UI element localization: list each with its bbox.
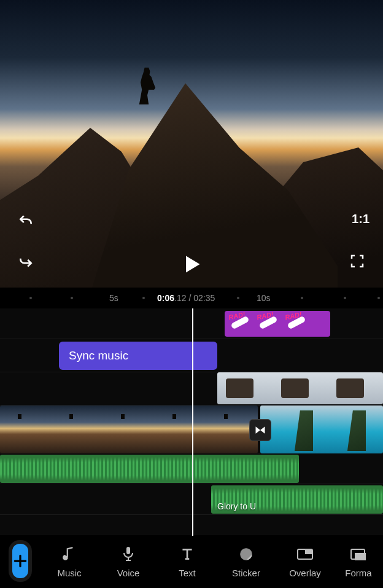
music-button[interactable]: Music [45, 536, 93, 586]
main-video-track[interactable] [0, 406, 383, 453]
aspect-ratio-label: 1:1 [352, 212, 369, 226]
audio-track-1[interactable] [0, 453, 383, 484]
aspect-ratio-button[interactable]: 1:1 [352, 212, 369, 226]
clip-frame [313, 406, 366, 453]
clip-frame [217, 372, 273, 404]
plus-icon [12, 553, 28, 569]
sticker-thumb: RAD! [257, 313, 281, 334]
format-icon [350, 547, 367, 562]
waveform [0, 455, 299, 483]
transition-icon [254, 424, 266, 436]
timeline[interactable]: RAD! RAD! RAD! Sync music [0, 308, 383, 536]
audio-clip-1[interactable] [0, 455, 299, 483]
sticker-track[interactable]: RAD! RAD! RAD! [0, 308, 383, 339]
clip-frame [155, 406, 206, 453]
playhead[interactable] [192, 308, 193, 536]
svg-rect-4 [305, 549, 312, 554]
audio-clip-label: Glory to U [217, 501, 256, 511]
play-icon [180, 253, 203, 275]
fullscreen-icon [350, 254, 365, 269]
svg-rect-1 [126, 547, 130, 554]
clip-frame [328, 372, 383, 404]
redo-icon [18, 253, 34, 269]
empty-track [0, 515, 383, 533]
text-label: Text [179, 568, 196, 578]
clip-frame [103, 406, 155, 453]
svg-point-0 [63, 555, 68, 560]
mic-icon [121, 546, 136, 563]
video-preview[interactable]: 1:1 [0, 0, 383, 288]
sticker-thumb: RAD! [285, 313, 309, 334]
text-icon [179, 546, 195, 562]
text-button[interactable]: Text [163, 536, 211, 586]
video-clip-2[interactable] [260, 406, 383, 453]
sticker-clip[interactable]: RAD! RAD! RAD! [225, 311, 330, 337]
fullscreen-button[interactable] [345, 249, 369, 273]
sticker-thumb: RAD! [228, 313, 253, 334]
music-icon [61, 546, 77, 562]
sync-music-track: Sync music [0, 339, 383, 372]
play-button[interactable] [176, 249, 207, 280]
clip-frame [0, 406, 52, 453]
clip-frame [366, 406, 383, 453]
video-clip-1[interactable] [0, 406, 258, 453]
overlay-icon [296, 547, 314, 562]
add-button[interactable] [12, 544, 28, 578]
overlay-button[interactable]: Overlay [281, 536, 329, 586]
time-ruler[interactable]: 5s 0:06.12 / 02:35 10s [0, 288, 383, 308]
clip-frame [273, 372, 328, 404]
voice-label: Voice [117, 568, 140, 578]
overlay-clip[interactable] [217, 372, 383, 404]
undo-icon [18, 213, 34, 229]
audio-track-2[interactable]: Glory to U [0, 484, 383, 515]
bottom-toolbar: Music Voice Text Sticker [0, 535, 383, 588]
svg-rect-6 [355, 553, 366, 560]
clip-frame [52, 406, 103, 453]
ruler-marker: 10s [257, 293, 271, 303]
music-label: Music [57, 568, 81, 578]
audio-clip-2[interactable]: Glory to U [211, 485, 383, 514]
voice-button[interactable]: Voice [104, 536, 152, 586]
sticker-icon [238, 546, 254, 562]
sync-music-label: Sync music [69, 349, 128, 363]
redo-button[interactable] [14, 249, 38, 273]
playback-time: 0:06.12 / 02:35 [157, 293, 215, 303]
undo-button[interactable] [14, 209, 38, 233]
ruler-marker: 5s [109, 293, 118, 303]
format-button[interactable]: Forma [340, 536, 377, 586]
format-label: Forma [345, 568, 371, 578]
sticker-button[interactable]: Sticker [222, 536, 270, 586]
sync-music-button[interactable]: Sync music [59, 342, 217, 370]
preview-scenery [134, 68, 161, 104]
overlay-track[interactable] [0, 372, 383, 406]
overlay-label: Overlay [289, 568, 321, 578]
sticker-label: Sticker [232, 568, 260, 578]
transition-button[interactable] [249, 419, 271, 441]
